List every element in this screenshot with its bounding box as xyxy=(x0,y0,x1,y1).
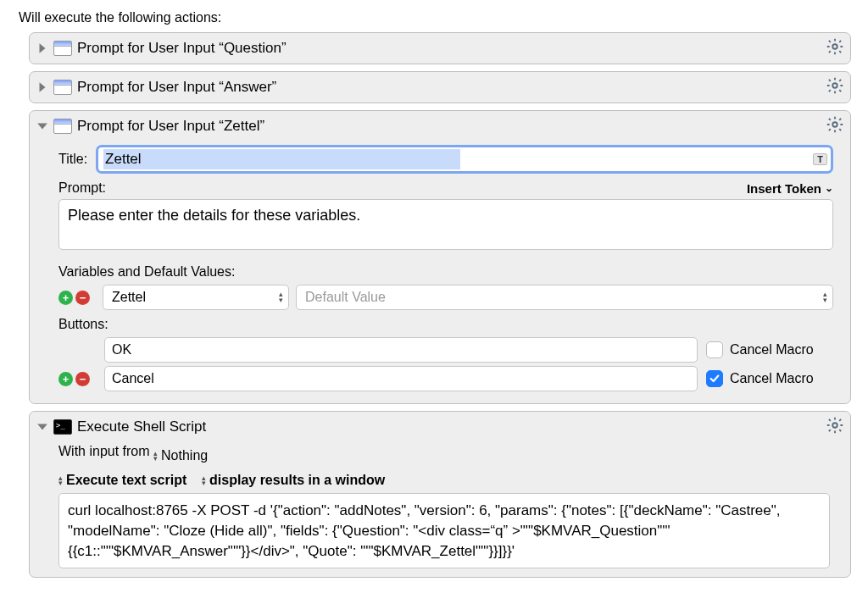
button-label-input[interactable] xyxy=(104,366,698,391)
cancel-macro-label: Cancel Macro xyxy=(730,342,814,357)
chevron-down-icon: ⌄ xyxy=(825,182,833,194)
title-input[interactable] xyxy=(103,149,460,169)
action-execute-shell: Execute Shell Script With input from ▴▾ … xyxy=(29,411,851,578)
prompt-textarea[interactable] xyxy=(58,199,833,250)
action-prompt-question: Prompt for User Input “Question” xyxy=(29,32,851,64)
checkbox-unchecked-icon[interactable] xyxy=(706,341,723,358)
token-badge[interactable]: T xyxy=(813,153,827,165)
script-mode-select[interactable]: ▴▾ Execute text script xyxy=(58,473,186,488)
action-prompt-zettel: Prompt for User Input “Zettel” Title: T … xyxy=(29,110,851,404)
action-title: Execute Shell Script xyxy=(77,418,206,435)
checkbox-checked-icon[interactable] xyxy=(706,370,723,387)
prompt-app-icon xyxy=(53,80,72,95)
svg-point-0 xyxy=(832,44,837,49)
variables-label: Variables and Default Values: xyxy=(58,264,833,280)
prompt-label: Prompt: xyxy=(58,180,106,196)
add-variable-button[interactable]: + xyxy=(58,291,73,305)
action-prompt-answer: Prompt for User Input “Answer” xyxy=(29,71,851,103)
terminal-app-icon xyxy=(53,419,72,435)
chevron-down-icon[interactable] xyxy=(36,421,48,433)
input-source-select[interactable]: ▴▾ Nothing xyxy=(153,448,208,463)
button-row-ok: Cancel Macro xyxy=(58,337,833,363)
remove-variable-button[interactable]: − xyxy=(75,291,90,305)
gear-icon[interactable] xyxy=(825,114,845,135)
variable-name-input[interactable] xyxy=(110,289,266,306)
svg-point-1 xyxy=(832,83,837,88)
svg-point-2 xyxy=(832,122,837,127)
cancel-macro-check[interactable]: Cancel Macro xyxy=(706,370,833,387)
default-value-input[interactable] xyxy=(303,289,810,306)
action-title: Prompt for User Input “Zettel” xyxy=(77,118,264,135)
default-value-select[interactable]: ▴▾ xyxy=(296,285,833,310)
cancel-macro-label: Cancel Macro xyxy=(730,371,814,386)
output-mode-select[interactable]: ▴▾ display results in a window xyxy=(202,473,385,488)
button-label-input[interactable] xyxy=(104,337,698,363)
action-title: Prompt for User Input “Answer” xyxy=(77,79,276,96)
remove-button-button[interactable]: − xyxy=(75,372,90,386)
gear-icon[interactable] xyxy=(825,75,845,96)
prompt-app-icon xyxy=(53,41,72,56)
gear-icon[interactable] xyxy=(825,415,845,435)
prompt-app-icon xyxy=(53,119,72,134)
with-input-label: With input from xyxy=(58,444,150,458)
add-button-button[interactable]: + xyxy=(58,372,73,386)
intro-text: Will execute the following actions: xyxy=(19,10,851,25)
title-input-wrap: T xyxy=(96,145,833,174)
chevron-down-icon[interactable] xyxy=(36,120,48,132)
button-row-cancel: + − Cancel Macro xyxy=(58,366,833,391)
action-title: Prompt for User Input “Question” xyxy=(77,40,287,57)
gear-icon[interactable] xyxy=(825,36,845,57)
chevron-right-icon[interactable] xyxy=(36,81,48,93)
insert-token-menu[interactable]: Insert Token ⌄ xyxy=(747,181,833,196)
svg-point-3 xyxy=(832,423,837,428)
cancel-macro-check[interactable]: Cancel Macro xyxy=(706,341,833,358)
variable-name-select[interactable]: ▴▾ xyxy=(103,285,289,310)
chevron-right-icon[interactable] xyxy=(36,42,48,54)
buttons-label: Buttons: xyxy=(58,317,833,332)
title-label: Title: xyxy=(58,152,87,167)
script-text[interactable]: curl localhost:8765 -X POST -d '{"action… xyxy=(58,493,830,568)
